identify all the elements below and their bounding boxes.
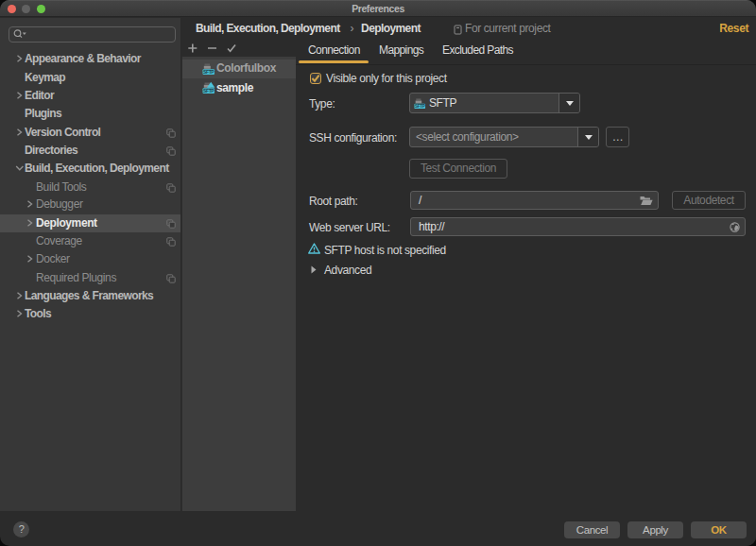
svg-text:SFTP: SFTP [203,88,215,94]
svg-text:SFTP: SFTP [415,104,425,109]
svg-text:SFTP: SFTP [203,68,215,74]
